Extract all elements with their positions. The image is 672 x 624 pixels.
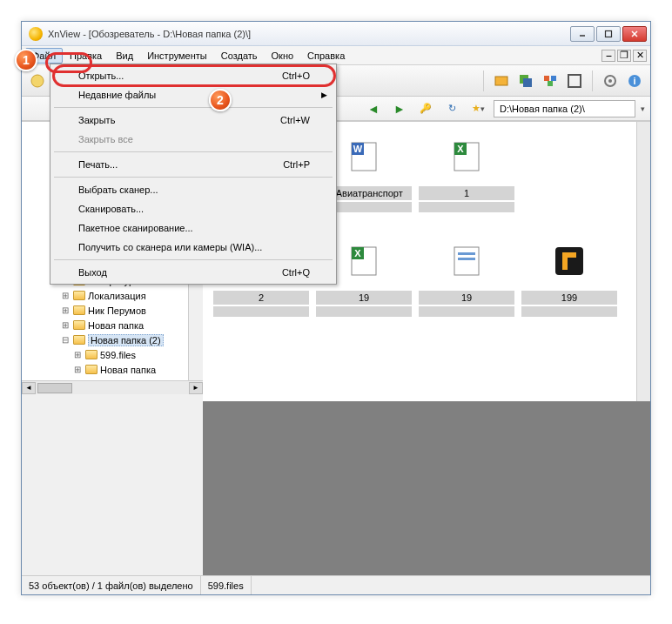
thumbnail-item[interactable]: 199 (518, 235, 621, 339)
svg-point-4 (31, 75, 44, 87)
mdi-close-button[interactable]: ✕ (633, 50, 647, 62)
close-button[interactable] (622, 26, 647, 42)
svg-rect-1 (606, 30, 612, 37)
mdi-minimize-button[interactable]: ‒ (601, 50, 615, 62)
svg-text:i: i (633, 76, 635, 86)
menu-exit-shortcut: Ctrl+Q (282, 267, 310, 278)
folder-icon (73, 335, 85, 345)
thumbnail-label: 2 (213, 291, 309, 305)
svg-rect-8 (544, 76, 549, 81)
tree-label: Новая папка (100, 365, 156, 375)
annotation-badge-1: 1 (15, 49, 37, 71)
maximize-button[interactable] (596, 26, 621, 42)
titlebar: XnView - [Обозреватель - D:\Новая папка … (22, 22, 650, 46)
thumbnail-sublabel (419, 202, 514, 212)
tree-toggle-icon[interactable]: ⊞ (72, 350, 83, 359)
menu-print-label: Печать... (78, 159, 118, 170)
svg-rect-5 (495, 77, 507, 85)
app-icon (29, 27, 43, 41)
svg-rect-9 (551, 76, 556, 81)
folder-icon (73, 305, 85, 315)
thumbnail-icon (548, 240, 590, 282)
mdi-controls: ‒ ❐ ✕ (601, 50, 647, 62)
thumbnail-item[interactable]: 19 (415, 235, 518, 339)
tree-item[interactable]: ⊞Локализация (24, 288, 186, 303)
path-text: D:\Новая папка (2)\ (500, 104, 585, 114)
tree-toggle-icon[interactable]: ⊟ (60, 335, 71, 345)
menu-scan[interactable]: Сканировать... (52, 199, 334, 218)
thumbs-vscroll[interactable] (636, 122, 650, 401)
path-field[interactable]: D:\Новая папка (2)\ (494, 100, 635, 117)
menu-edit[interactable]: Правка (63, 48, 109, 64)
menu-exit-label: Выход (78, 267, 107, 278)
folder-icon (85, 365, 97, 374)
menu-select-scanner-label: Выбрать сканер... (78, 185, 158, 195)
nav-back-icon[interactable]: ◄ (363, 98, 384, 119)
svg-rect-10 (548, 81, 553, 86)
nav-key-icon[interactable]: 🔑 (415, 98, 436, 119)
thumbnail-sublabel (521, 306, 617, 317)
nav-refresh-icon[interactable]: ↻ (441, 98, 462, 119)
tree-toggle-icon[interactable]: ⊞ (60, 305, 71, 315)
menubar: Файл Правка Вид Инструменты Создать Окно… (22, 46, 650, 65)
tree-item[interactable]: ⊞Новая папка (24, 362, 186, 377)
menu-close[interactable]: ЗакрытьCtrl+W (52, 111, 334, 130)
info-icon[interactable]: i (624, 70, 645, 91)
menu-select-scanner[interactable]: Выбрать сканер... (52, 180, 334, 199)
tree-item[interactable]: ⊞Ник Перумов (24, 303, 186, 318)
thumbnail-sublabel (213, 306, 309, 317)
svg-text:X: X (354, 248, 361, 258)
settings-icon[interactable] (600, 70, 621, 91)
slideshow-icon[interactable] (491, 70, 512, 91)
status-right: 599.files (201, 576, 252, 594)
status-left: 53 объект(ов) / 1 файл(ов) выделено (22, 576, 201, 594)
path-dropdown-icon[interactable]: ▾ (641, 104, 645, 113)
menu-scan-label: Сканировать... (78, 204, 144, 214)
thumbnail-sublabel (419, 306, 514, 317)
tree-toggle-icon[interactable]: ⊞ (60, 291, 71, 300)
fullscreen-icon[interactable] (564, 70, 585, 91)
menu-help[interactable]: Справка (300, 48, 352, 64)
svg-rect-33 (555, 247, 583, 275)
annotation-badge-2: 2 (209, 89, 232, 111)
folder-icon (73, 291, 85, 300)
tree-label: Ник Перумов (88, 305, 146, 316)
svg-text:X: X (457, 144, 464, 154)
menu-tools[interactable]: Инструменты (140, 48, 214, 64)
convert-icon[interactable] (515, 70, 536, 91)
mdi-restore-button[interactable]: ❐ (617, 50, 631, 62)
thumbnail-label: 1 (419, 186, 514, 200)
menu-open[interactable]: Открыть...Ctrl+O (52, 66, 334, 85)
svg-rect-7 (523, 78, 532, 87)
menu-recent[interactable]: Недавние файлы▶ (52, 85, 334, 104)
tree-label: Новая папка (2) (88, 334, 164, 346)
thumbnail-label: 19 (419, 291, 514, 305)
menu-batch-scan-label: Пакетное сканирование... (78, 223, 193, 233)
tree-item[interactable]: ⊞599.files (24, 347, 186, 362)
thumbnail-item[interactable]: X1 (415, 131, 518, 235)
menu-print-shortcut: Ctrl+P (283, 159, 310, 170)
nav-fwd-icon[interactable]: ► (389, 98, 410, 119)
menu-open-shortcut: Ctrl+O (282, 70, 310, 81)
folder-icon (73, 320, 85, 330)
tree-item[interactable]: ⊟Новая папка (2) (24, 332, 186, 347)
tree-item[interactable]: ⊞Новая папка (24, 318, 186, 332)
menu-wia[interactable]: Получить со сканера или камеры (WIA)... (52, 238, 334, 257)
statusbar: 53 объект(ов) / 1 файл(ов) выделено 599.… (22, 575, 650, 594)
toolbar-icon[interactable] (27, 70, 48, 91)
menu-close-all: Закрыть все (52, 130, 334, 149)
menu-wia-label: Получить со сканера или камеры (WIA)... (78, 242, 262, 252)
tree-hscroll[interactable]: ◄► (22, 380, 203, 394)
tree-toggle-icon[interactable]: ⊞ (60, 320, 71, 330)
nav-fav-icon[interactable]: ★▾ (467, 98, 488, 119)
minimize-button[interactable] (570, 26, 595, 42)
menu-print[interactable]: Печать...Ctrl+P (52, 155, 334, 174)
tree-toggle-icon[interactable]: ⊞ (72, 365, 83, 374)
menu-window[interactable]: Окно (265, 48, 301, 64)
folder-icon (85, 350, 97, 359)
multi-icon[interactable] (540, 70, 561, 91)
menu-view[interactable]: Вид (109, 48, 140, 64)
menu-batch-scan[interactable]: Пакетное сканирование... (52, 218, 334, 238)
menu-exit[interactable]: ВыходCtrl+Q (52, 263, 334, 282)
menu-create[interactable]: Создать (214, 48, 265, 64)
